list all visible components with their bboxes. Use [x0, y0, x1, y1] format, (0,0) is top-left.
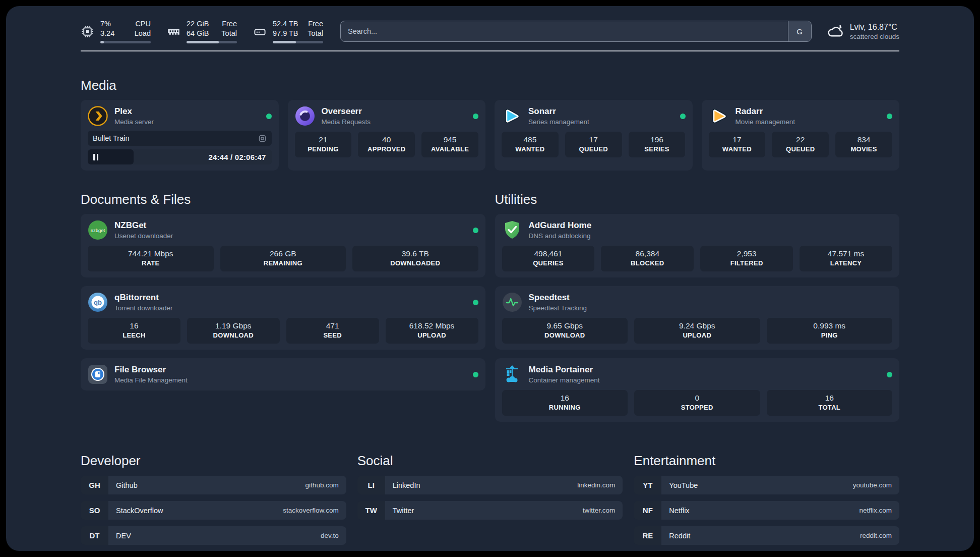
bookmark-url: twitter.com [583, 507, 616, 514]
app-name: Radarr [736, 106, 795, 117]
nzbget-card[interactable]: nzbget NZBGet Usenet downloader 744.21 M… [81, 214, 485, 277]
playback-time: 24:44 / 02:06:47 [208, 149, 266, 164]
stat-tile: 21 PENDING [295, 132, 352, 157]
stat-tile: 86,384 BLOCKED [601, 246, 694, 271]
filebrowser-icon [88, 364, 108, 384]
radarr-card[interactable]: Radarr Movie management 17 WANTED 22 QUE… [702, 100, 900, 171]
qbittorrent-card[interactable]: qb qBittorrent Torrent downloader 16 LEE… [81, 286, 485, 350]
playback-progressbar[interactable]: 24:44 / 02:06:47 [88, 149, 272, 164]
bookmark-reddit[interactable]: RE Reddit reddit.com [634, 526, 899, 545]
stat-tile: 834 MOVIES [835, 132, 892, 157]
filebrowser-card[interactable]: File Browser Media File Management [81, 358, 485, 391]
section-title-utilities: Utilities [495, 192, 900, 207]
bookmark-tag: SO [81, 501, 108, 520]
disk-stat: 52.4 TB 97.9 TB Free Total [253, 19, 323, 43]
sonarr-icon [502, 106, 522, 126]
app-description: Speedtest Tracking [529, 304, 587, 312]
section-title-documents: Documents & Files [81, 192, 485, 207]
bookmark-tag: LI [357, 476, 385, 494]
bookmark-netflix[interactable]: NF Netflix netflix.com [634, 501, 899, 520]
app-description: Media File Management [114, 376, 188, 384]
bookmark-tag: DT [81, 526, 108, 545]
app-name: File Browser [114, 365, 188, 375]
bookmarks: Developer GH Github github.com SO StackO… [81, 453, 899, 545]
bookmark-stackoverflow[interactable]: SO StackOverflow stackoverflow.com [81, 501, 346, 520]
app-name: NZBGet [114, 220, 173, 231]
media-grid: Plex Media server Bullet Train 24 [81, 100, 899, 171]
status-dot [887, 372, 892, 377]
overseerr-icon [295, 106, 315, 126]
bookmark-dev[interactable]: DT DEV dev.to [81, 526, 346, 545]
memory-total: 64 GiB [187, 29, 209, 38]
bookmark-url: github.com [305, 481, 339, 489]
bookmark-github[interactable]: GH Github github.com [81, 476, 346, 494]
disk-total: 97.9 TB [273, 29, 298, 38]
plex-icon [88, 106, 108, 126]
search-input[interactable] [341, 27, 788, 35]
disk-icon [253, 25, 267, 38]
memory-free: 22 GiB [187, 19, 209, 29]
stat-tile: 39.6 TB DOWNLOADED [352, 246, 478, 271]
bookmark-url: netflix.com [859, 507, 892, 514]
weather-widget: Lviv, 16.87°C scattered clouds [827, 23, 899, 40]
status-dot [266, 114, 272, 119]
app-description: Media Requests [322, 118, 371, 126]
cpu-load-label: Load [135, 29, 151, 38]
developer-group: Developer GH Github github.com SO StackO… [81, 453, 346, 545]
memory-total-label: Total [221, 29, 237, 38]
topbar: 7% 3.24 CPU Load [81, 15, 899, 47]
app-name: Media Portainer [529, 365, 600, 375]
search-bar[interactable]: G [340, 21, 812, 42]
speedtest-card[interactable]: Speedtest Speedtest Tracking 9.65 Gbps D… [495, 286, 900, 350]
bookmark-tag: NF [634, 501, 661, 520]
bookmark-url: dev.to [321, 532, 339, 539]
nzbget-icon: nzbget [88, 220, 108, 240]
adguard-card[interactable]: AdGuard Home DNS and adblocking 498,461 … [495, 214, 900, 277]
status-dot [680, 114, 686, 119]
stat-tile: 1.19 Gbps DOWNLOAD [187, 318, 280, 344]
cpu-icon [81, 25, 94, 38]
status-dot [887, 114, 892, 119]
stat-tile: 471 SEED [286, 318, 379, 344]
adguard-icon [502, 220, 522, 240]
bookmark-name: Twitter [393, 507, 414, 515]
stat-tile: 16 TOTAL [767, 390, 893, 416]
weather-condition: scattered clouds [850, 33, 899, 40]
stat-tile: 2,953 FILTERED [700, 246, 793, 271]
app-description: Series management [528, 118, 589, 126]
media-type-icon [258, 134, 267, 143]
stat-tile: 17 QUEUED [565, 132, 622, 157]
stat-tile: 9.65 Gbps DOWNLOAD [502, 318, 628, 344]
app-description: Torrent downloader [114, 304, 173, 312]
stat-tile: 498,461 QUERIES [502, 246, 595, 271]
bookmark-name: Reddit [669, 532, 690, 540]
sonarr-card[interactable]: Sonarr Series management 485 WANTED 17 Q… [495, 100, 693, 171]
social-group: Social LI LinkedIn linkedin.com TW Twitt… [357, 453, 623, 545]
cpu-label: CPU [135, 19, 151, 29]
documents-column: Documents & Files nzbget NZBGet U [81, 192, 485, 422]
app-name: qBittorrent [114, 293, 173, 303]
pause-button[interactable] [93, 154, 98, 160]
cpu-load-avg: 3.24 [100, 29, 114, 38]
portainer-card[interactable]: Media Portainer Container management 16 … [495, 358, 900, 422]
plex-card[interactable]: Plex Media server Bullet Train 24 [81, 100, 279, 171]
bookmark-youtube[interactable]: YT YouTube youtube.com [634, 476, 899, 494]
bookmark-name: DEV [116, 532, 131, 540]
portainer-icon [502, 364, 522, 384]
bookmark-twitter[interactable]: TW Twitter twitter.com [357, 501, 623, 520]
stat-tile: 16 RUNNING [502, 390, 628, 416]
status-dot [473, 228, 478, 233]
bookmark-linkedin[interactable]: LI LinkedIn linkedin.com [357, 476, 623, 494]
overseerr-card[interactable]: Overseerr Media Requests 21 PENDING 40 A… [288, 100, 486, 171]
stat-tile: 196 SERIES [629, 132, 686, 157]
bookmark-tag: YT [634, 476, 661, 494]
cpu-stat: 7% 3.24 CPU Load [81, 19, 151, 43]
app-description: Usenet downloader [114, 232, 173, 240]
search-engine-button[interactable]: G [788, 21, 811, 41]
app-description: Media server [114, 118, 154, 126]
app-description: Container management [529, 376, 600, 384]
stat-tile: 0.993 ms PING [767, 318, 893, 344]
section-title-social: Social [357, 453, 623, 469]
bookmark-name: Github [116, 481, 138, 489]
qbittorrent-icon: qb [88, 292, 108, 312]
